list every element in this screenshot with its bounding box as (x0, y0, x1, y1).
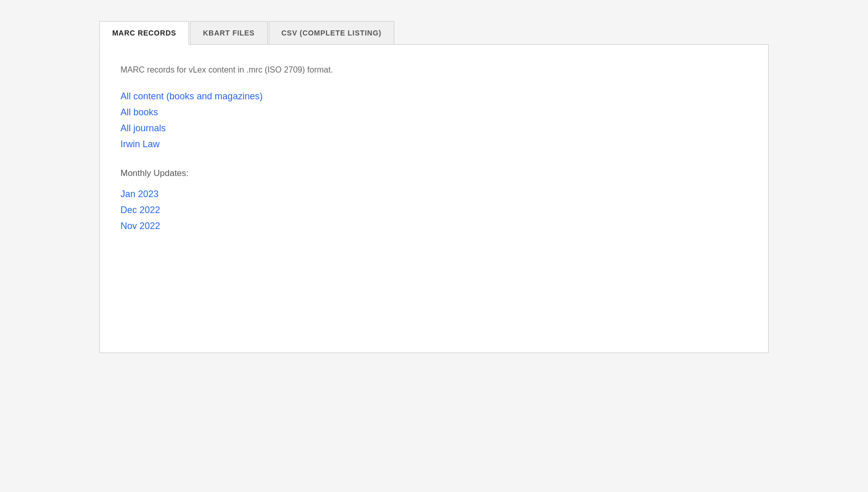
link-all-books[interactable]: All books (120, 107, 748, 118)
page-container: MARC RECORDS KBART FILES CSV (COMPLETE L… (99, 21, 769, 353)
tabs-wrapper: MARC RECORDS KBART FILES CSV (COMPLETE L… (99, 21, 769, 353)
monthly-updates-label: Monthly Updates: (120, 168, 748, 179)
main-links-group: All content (books and magazines) All bo… (120, 91, 748, 150)
link-dec-2022[interactable]: Dec 2022 (120, 205, 748, 216)
tab-kbart-files[interactable]: KBART FILES (190, 21, 267, 45)
tab-csv-complete[interactable]: CSV (COMPLETE LISTING) (269, 21, 394, 45)
link-all-content[interactable]: All content (books and magazines) (120, 91, 748, 102)
link-all-journals[interactable]: All journals (120, 123, 748, 134)
tab-content-marc-records: MARC records for vLex content in .mrc (I… (99, 44, 769, 353)
monthly-links-group: Jan 2023 Dec 2022 Nov 2022 (120, 189, 748, 232)
link-jan-2023[interactable]: Jan 2023 (120, 189, 748, 200)
link-nov-2022[interactable]: Nov 2022 (120, 221, 748, 232)
marc-description: MARC records for vLex content in .mrc (I… (120, 65, 748, 75)
tab-marc-records[interactable]: MARC RECORDS (99, 21, 189, 45)
link-irwin-law[interactable]: Irwin Law (120, 139, 748, 150)
tab-bar: MARC RECORDS KBART FILES CSV (COMPLETE L… (99, 21, 769, 44)
